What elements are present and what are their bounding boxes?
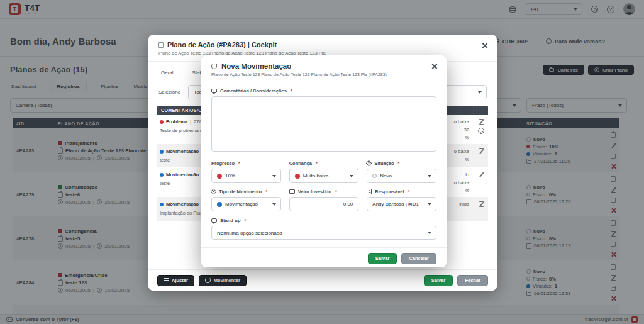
standup-select[interactable]: Nenhuma opção selecionada	[211, 226, 436, 240]
situacao-select[interactable]: Novo	[367, 169, 436, 183]
movimentar-button[interactable]: Movimentar	[199, 275, 247, 286]
movement-modal-subtitle: Plano de Ação Teste 123 Plano de Ação Te…	[211, 72, 436, 77]
comment-icon	[211, 89, 217, 93]
selecione-label: Selecione	[158, 89, 180, 95]
movimentacao-dot-icon	[160, 173, 164, 177]
edit-comment-icon[interactable]	[479, 201, 484, 207]
tipo-dot-icon	[217, 202, 222, 207]
close-icon[interactable]	[481, 42, 488, 49]
chevron-down-icon	[272, 175, 276, 177]
movement-cancelar-button[interactable]: Cancelar	[401, 253, 436, 264]
valor-investido-field	[289, 197, 359, 211]
tag-icon	[366, 160, 372, 167]
edit-comment-icon[interactable]	[479, 119, 484, 125]
valor-investido-input[interactable]	[295, 201, 353, 207]
chevron-down-icon	[478, 91, 482, 94]
edit-comment-icon[interactable]	[479, 148, 484, 154]
situacao-dot-icon	[372, 174, 377, 178]
movement-modal-title: Nova Movimentação	[221, 62, 291, 70]
nova-movimentacao-modal: Nova Movimentação Plano de Ação Teste 12…	[201, 55, 447, 267]
progresso-select[interactable]: 10%	[211, 169, 281, 183]
chevron-down-icon	[272, 203, 276, 206]
edit-comment-icon[interactable]	[479, 172, 484, 177]
movement-salvar-button[interactable]: Salvar	[368, 253, 397, 264]
confianca-select[interactable]: Muito baixa	[289, 169, 359, 183]
tipo-movimento-select[interactable]: Movimentação	[211, 197, 281, 211]
movimentacao-dot-icon	[160, 150, 164, 154]
chevron-down-icon	[428, 175, 431, 177]
person-icon	[367, 189, 372, 194]
check-circle-icon[interactable]	[478, 128, 484, 134]
sliders-icon	[164, 278, 169, 282]
comentarios-textarea[interactable]	[211, 96, 436, 152]
chevron-down-icon	[350, 175, 353, 177]
plan-icon	[158, 42, 164, 48]
problema-dot-icon	[160, 120, 164, 124]
confianca-dot-icon	[295, 174, 300, 179]
wallet-icon	[289, 189, 295, 194]
cockpit-tab-geral[interactable]: Geral	[160, 67, 175, 78]
progresso-dot-icon	[217, 174, 222, 179]
responsavel-select[interactable]: Andy Barbosa | #ID1	[367, 197, 436, 211]
ajustar-button[interactable]: Ajustar	[157, 275, 194, 286]
close-icon[interactable]	[431, 63, 438, 70]
cockpit-fechar-button[interactable]: Fechar	[457, 275, 488, 286]
speech-bubble-icon	[211, 218, 217, 223]
movimentacao-dot-icon	[160, 203, 164, 206]
chevron-down-icon	[428, 203, 431, 206]
cockpit-modal-title: Plano de Ação (#PA283) | Cockpit	[167, 41, 277, 48]
tag-icon	[211, 189, 217, 195]
chevron-down-icon	[428, 232, 431, 234]
refresh-icon	[205, 277, 211, 283]
refresh-icon	[211, 64, 217, 69]
cockpit-salvar-button[interactable]: Salvar	[424, 275, 453, 286]
